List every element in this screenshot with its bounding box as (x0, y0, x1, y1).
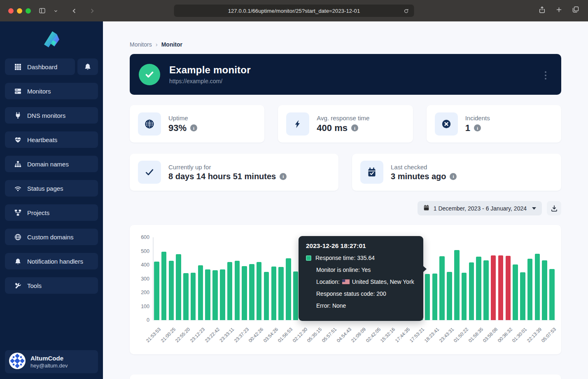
breadcrumb-monitors-link[interactable]: Monitors (130, 41, 152, 48)
chevron-down-icon[interactable] (52, 7, 60, 15)
grid-icon (14, 63, 21, 70)
info-icon[interactable] (474, 124, 481, 131)
breadcrumb: Monitors › Monitor (130, 41, 561, 48)
avatar (9, 353, 26, 371)
bell-icon (14, 258, 21, 265)
tooltip-response-time: Response time: 335.64 (315, 255, 375, 261)
bar[interactable] (264, 272, 269, 320)
forward-button[interactable] (87, 6, 97, 16)
bar[interactable] (176, 254, 181, 320)
sidebar-item-status-pages[interactable]: Status pages (5, 180, 98, 197)
x-tick-label: 23:33:11 (219, 327, 235, 343)
reload-icon[interactable] (402, 7, 411, 16)
download-chart-button[interactable] (547, 201, 561, 215)
bar[interactable] (462, 273, 467, 320)
monitor-url: https://example.com/ (169, 78, 251, 84)
breadcrumb-current: Monitor (161, 41, 182, 48)
breadcrumb-chevron-icon: › (156, 41, 158, 48)
tab-overview-icon[interactable] (571, 5, 581, 14)
bar[interactable] (498, 255, 504, 320)
x-tick-label: 21:09:09 (350, 327, 366, 343)
zoom-window-button[interactable] (26, 8, 31, 14)
sidebar-item-dashboard[interactable]: Dashboard (5, 58, 75, 75)
tooltip-error: Error: None (306, 302, 416, 309)
bar[interactable] (439, 256, 445, 320)
sidebar-item-custom-domains[interactable]: Custom domains (5, 229, 98, 245)
sidebar-item-tools[interactable]: Tools (5, 277, 98, 294)
bar[interactable] (542, 260, 547, 320)
bar[interactable] (205, 269, 210, 320)
bar[interactable] (169, 261, 174, 320)
x-tick-label: 04:54:43 (336, 327, 352, 343)
sidebar-item-dns-monitors[interactable]: DNS monitors (5, 107, 98, 124)
info-icon[interactable] (351, 124, 358, 131)
info-icon[interactable] (450, 173, 457, 180)
date-range-picker[interactable]: 1 December, 2023 - 6 January, 2024 (418, 201, 542, 215)
bar[interactable] (183, 273, 189, 320)
sidebar-item-notification-handlers[interactable]: Notification handlers (5, 253, 98, 269)
bar[interactable] (513, 264, 518, 320)
chart-tooltip: 2023-12-26 18:27:01 Response time: 335.6… (299, 236, 423, 321)
minimize-window-button[interactable] (17, 8, 22, 14)
sidebar-item-monitors[interactable]: Monitors (5, 83, 98, 99)
bar[interactable] (278, 267, 284, 320)
bar[interactable] (191, 273, 196, 320)
bar[interactable] (198, 265, 203, 320)
y-tick-label: 100 (130, 304, 149, 309)
address-bar[interactable]: 127.0.0.1/66uptime/monitor/25?start_date… (174, 5, 414, 17)
date-range-text: 1 December, 2023 - 6 January, 2024 (434, 205, 527, 212)
sidebar-item-projects[interactable]: Projects (5, 204, 98, 221)
info-icon[interactable] (280, 173, 287, 180)
sidebar-toggle-icon[interactable] (37, 6, 48, 16)
bar[interactable] (249, 264, 254, 320)
bar[interactable] (447, 272, 452, 320)
app-logo[interactable] (5, 30, 98, 49)
sidebar-item-label: Projects (27, 209, 49, 216)
y-tick-label: 500 (130, 248, 149, 254)
signal-icon (14, 185, 21, 192)
sidebar-item-label: Heartbeats (27, 136, 57, 143)
bar[interactable] (549, 269, 555, 320)
bar-hovered[interactable] (425, 274, 430, 320)
bar[interactable] (293, 271, 299, 320)
bar[interactable] (242, 266, 247, 320)
circle-x-icon (435, 112, 458, 136)
bar[interactable] (286, 258, 291, 320)
x-tick-label: 02:42:05 (365, 327, 381, 343)
bar[interactable] (227, 262, 233, 320)
tools-icon (14, 282, 21, 289)
stat-label: Incidents (465, 115, 490, 122)
sidebar-item-label: Domain names (27, 161, 69, 168)
back-button[interactable] (70, 6, 79, 16)
bar[interactable] (469, 262, 474, 320)
bar[interactable] (271, 267, 277, 320)
stat-card-last-checked: Last checked3 minutes ago (352, 154, 561, 191)
bar[interactable] (212, 270, 218, 320)
bar[interactable] (506, 256, 511, 320)
bar[interactable] (535, 254, 540, 320)
bar[interactable] (161, 252, 167, 320)
bar[interactable] (491, 255, 496, 320)
bar[interactable] (154, 262, 159, 320)
x-tick-label: 01:30:01 (511, 327, 528, 343)
sidebar-item-domain-names[interactable]: Domain names (5, 156, 98, 172)
info-icon[interactable] (190, 124, 197, 131)
bar[interactable] (454, 250, 460, 321)
x-tick-label: 05:35:15 (306, 327, 323, 343)
bar[interactable] (257, 262, 262, 320)
bar[interactable] (235, 261, 240, 320)
bar[interactable] (527, 259, 533, 320)
check-icon (138, 161, 161, 184)
monitor-menu-icon[interactable] (543, 70, 548, 81)
user-card[interactable]: AltumCode hey@altum.dev (5, 350, 98, 373)
close-window-button[interactable] (8, 8, 14, 14)
share-icon[interactable] (537, 4, 547, 15)
sidebar-item-heartbeats[interactable]: Heartbeats (5, 131, 98, 148)
bar[interactable] (432, 274, 438, 320)
notifications-bell-button[interactable] (77, 58, 98, 75)
new-tab-icon[interactable] (554, 5, 564, 14)
bar[interactable] (476, 257, 481, 320)
bar[interactable] (483, 260, 489, 320)
bar[interactable] (220, 269, 225, 320)
bar[interactable] (520, 272, 525, 320)
